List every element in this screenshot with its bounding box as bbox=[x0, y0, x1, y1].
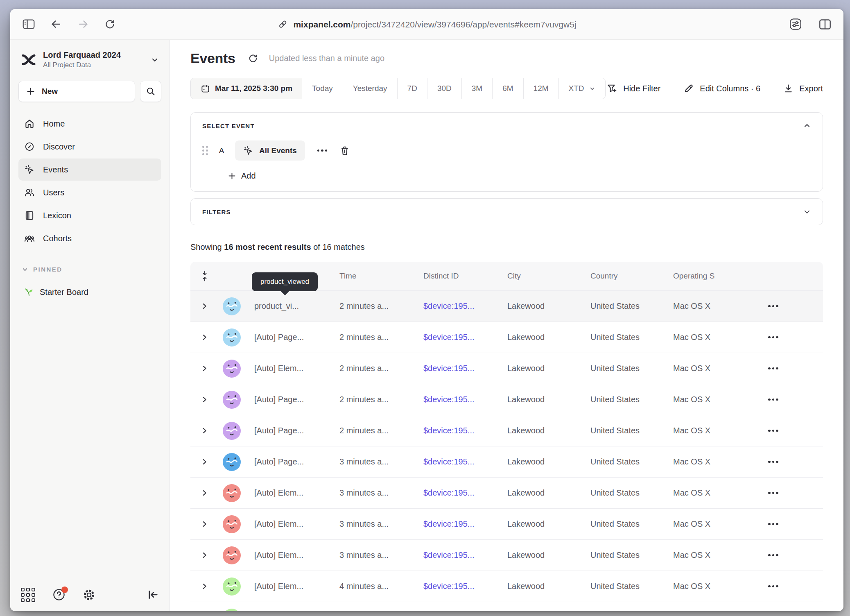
sidebar-item-cohorts[interactable]: Cohorts bbox=[18, 227, 161, 249]
row-expand-chevron-icon[interactable] bbox=[201, 521, 208, 528]
column-time[interactable]: Time bbox=[339, 272, 423, 281]
row-menu-kebab-icon[interactable] bbox=[766, 521, 781, 528]
table-row[interactable]: [Auto] Page... 2 minutes a... $device:19… bbox=[190, 415, 823, 446]
add-event-button[interactable]: Add bbox=[228, 171, 256, 181]
hide-filter-label: Hide Filter bbox=[623, 84, 660, 93]
row-expand-chevron-icon[interactable] bbox=[201, 303, 208, 310]
apps-grid-icon[interactable] bbox=[21, 588, 35, 602]
event-name: [Auto] Elem... bbox=[254, 364, 303, 373]
back-icon[interactable] bbox=[50, 19, 62, 29]
row-menu-kebab-icon[interactable] bbox=[766, 334, 781, 341]
export-button[interactable]: Export bbox=[783, 84, 823, 94]
range-button-yesterday[interactable]: Yesterday bbox=[343, 78, 397, 99]
range-button-3m[interactable]: 3M bbox=[461, 78, 492, 99]
collapse-all-rows-icon[interactable] bbox=[200, 271, 209, 281]
sidebar-item-home[interactable]: Home bbox=[18, 113, 161, 135]
table-row[interactable]: product_vi... 2 minutes a... $device:195… bbox=[190, 290, 823, 322]
customize-toolbar-icon[interactable] bbox=[789, 18, 802, 30]
sidebar-item-discover[interactable]: Discover bbox=[18, 136, 161, 158]
users-icon bbox=[24, 187, 35, 198]
help-icon[interactable] bbox=[52, 588, 66, 601]
collapse-sidebar-icon[interactable] bbox=[147, 589, 159, 600]
hide-filter-button[interactable]: Hide Filter bbox=[606, 83, 660, 94]
edit-columns-button[interactable]: Edit Columns · 6 bbox=[683, 83, 760, 94]
refresh-icon[interactable] bbox=[248, 53, 258, 64]
range-xtd-button[interactable]: XTD bbox=[558, 78, 605, 99]
range-button-12m[interactable]: 12M bbox=[523, 78, 558, 99]
row-menu-kebab-icon[interactable] bbox=[766, 583, 781, 590]
distinct-id-link[interactable]: $device:195... bbox=[423, 519, 475, 528]
row-menu-kebab-icon[interactable] bbox=[766, 489, 781, 497]
distinct-id-link[interactable]: $device:195... bbox=[423, 395, 475, 404]
browser-toolbar: mixpanel.com/project/3472420/view/397469… bbox=[10, 9, 843, 40]
reload-icon[interactable] bbox=[104, 19, 115, 30]
forward-icon[interactable] bbox=[77, 19, 89, 29]
row-menu-kebab-icon[interactable] bbox=[766, 552, 781, 559]
row-menu-kebab-icon[interactable] bbox=[766, 365, 781, 372]
expand-panel-chevron-down-icon[interactable] bbox=[803, 208, 811, 216]
table-row[interactable] bbox=[190, 602, 823, 611]
table-row[interactable]: [Auto] Page... 2 minutes a... $device:19… bbox=[190, 384, 823, 415]
row-expand-chevron-icon[interactable] bbox=[201, 489, 208, 496]
distinct-id-link[interactable]: $device:195... bbox=[423, 457, 475, 466]
table-row[interactable]: [Auto] Elem... 3 minutes a... $device:19… bbox=[190, 508, 823, 539]
column-operating-system[interactable]: Operating S bbox=[673, 272, 759, 281]
event-os: Mac OS X bbox=[673, 488, 710, 497]
distinct-id-link[interactable]: $device:195... bbox=[423, 426, 475, 435]
new-button[interactable]: New bbox=[18, 81, 135, 102]
range-button-7d[interactable]: 7D bbox=[397, 78, 427, 99]
row-expand-chevron-icon[interactable] bbox=[201, 365, 208, 372]
search-button[interactable] bbox=[140, 81, 161, 102]
pinned-item-label: Starter Board bbox=[40, 288, 88, 297]
table-row[interactable]: [Auto] Elem... 2 minutes a... $device:19… bbox=[190, 353, 823, 384]
project-switcher[interactable]: Lord Farquaad 2024 All Project Data bbox=[18, 50, 161, 70]
sidebar-toggle-icon[interactable] bbox=[23, 19, 35, 29]
row-menu-kebab-icon[interactable] bbox=[766, 427, 781, 435]
table-row[interactable]: [Auto] Page... 2 minutes a... $device:19… bbox=[190, 322, 823, 353]
sidebar-item-users[interactable]: Users bbox=[18, 181, 161, 204]
range-button-today[interactable]: Today bbox=[302, 78, 343, 99]
row-expand-chevron-icon[interactable] bbox=[201, 458, 208, 465]
row-menu-kebab-icon[interactable] bbox=[766, 303, 781, 310]
row-expand-chevron-icon[interactable] bbox=[201, 396, 208, 403]
delete-event-trash-icon[interactable] bbox=[339, 145, 350, 156]
settings-gear-icon[interactable] bbox=[83, 589, 95, 601]
sidebar-item-events[interactable]: Events bbox=[18, 159, 161, 181]
row-expand-chevron-icon[interactable] bbox=[201, 552, 208, 559]
event-time: 2 minutes a... bbox=[339, 301, 389, 310]
column-country[interactable]: Country bbox=[590, 272, 673, 281]
distinct-id-link[interactable]: $device:195... bbox=[423, 488, 475, 497]
event-options-kebab-icon[interactable] bbox=[315, 147, 330, 154]
sidebar-item-lexicon[interactable]: Lexicon bbox=[18, 204, 161, 226]
collapse-panel-chevron-up-icon[interactable] bbox=[803, 122, 811, 130]
event-avatar bbox=[223, 515, 241, 533]
split-view-icon[interactable] bbox=[819, 19, 831, 30]
drag-handle-icon[interactable] bbox=[202, 146, 208, 155]
distinct-id-link[interactable]: $device:195... bbox=[423, 582, 475, 591]
column-city[interactable]: City bbox=[507, 272, 590, 281]
distinct-id-link[interactable]: $device:195... bbox=[423, 550, 475, 559]
event-os: Mac OS X bbox=[673, 457, 710, 466]
address-bar[interactable]: mixpanel.com/project/3472420/view/397469… bbox=[277, 19, 576, 29]
column-distinct-id[interactable]: Distinct ID bbox=[423, 272, 507, 281]
range-button-30d[interactable]: 30D bbox=[427, 78, 461, 99]
date-picker-button[interactable]: Mar 11, 2025 3:30 pm bbox=[191, 78, 302, 99]
distinct-id-link[interactable]: $device:195... bbox=[423, 301, 475, 310]
row-menu-kebab-icon[interactable] bbox=[766, 458, 781, 466]
row-expand-chevron-icon[interactable] bbox=[201, 334, 208, 341]
project-name: Lord Farquaad 2024 bbox=[43, 50, 144, 60]
browser-nav-controls bbox=[23, 9, 115, 39]
row-menu-kebab-icon[interactable] bbox=[766, 396, 781, 403]
distinct-id-link[interactable]: $device:195... bbox=[423, 364, 475, 373]
row-expand-chevron-icon[interactable] bbox=[201, 427, 208, 434]
table-row[interactable]: [Auto] Elem... 4 minutes a... $device:19… bbox=[190, 571, 823, 602]
event-selector-chip[interactable]: All Events bbox=[235, 140, 305, 161]
range-button-6m[interactable]: 6M bbox=[492, 78, 523, 99]
pinned-section-header[interactable]: PINNED bbox=[18, 266, 161, 273]
row-expand-chevron-icon[interactable] bbox=[201, 583, 208, 590]
distinct-id-link[interactable]: $device:195... bbox=[423, 333, 475, 342]
sidebar-item-starter-board[interactable]: Starter Board bbox=[18, 282, 161, 302]
table-row[interactable]: [Auto] Elem... 3 minutes a... $device:19… bbox=[190, 477, 823, 508]
table-row[interactable]: [Auto] Page... 3 minutes a... $device:19… bbox=[190, 446, 823, 477]
table-row[interactable]: [Auto] Elem... 3 minutes a... $device:19… bbox=[190, 539, 823, 571]
